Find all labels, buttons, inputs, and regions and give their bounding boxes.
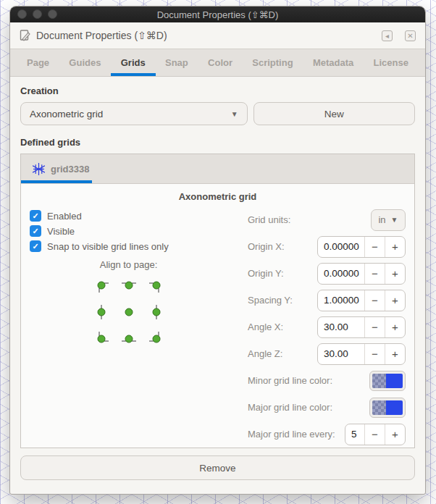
- minor-grid-color-swatch[interactable]: [369, 371, 406, 391]
- align-middle-left-button[interactable]: [93, 304, 109, 320]
- visible-checkbox[interactable]: ✓: [30, 225, 41, 237]
- minor-color-row: Minor grid line color:: [248, 367, 406, 394]
- alpha-checker: [372, 400, 386, 415]
- enabled-label: Enabled: [47, 211, 82, 222]
- grid-tabstrip: grid3338: [21, 154, 414, 184]
- grid-units-row: Grid units: in ▼: [248, 206, 406, 233]
- tab-grids[interactable]: Grids: [119, 49, 148, 76]
- dialog-header: Document Properties (⇧⌘D) ◂ ✕: [10, 22, 425, 49]
- grid-type-value: Axonometric grid: [30, 109, 103, 119]
- tab-license[interactable]: License: [372, 49, 411, 76]
- snap-visible-checkbox-row: ✓ Snap to visible grid lines only: [30, 239, 248, 253]
- alpha-checker: [372, 374, 386, 388]
- major-every-row: Major grid line every: − +: [248, 421, 406, 448]
- document-properties-icon: [20, 30, 31, 41]
- align-bottom-left-button[interactable]: [93, 331, 109, 347]
- dock-panel-icon[interactable]: ◂: [382, 30, 393, 41]
- origin-y-input[interactable]: [318, 264, 364, 284]
- grids-tab-content: Creation Axonometric grid ▼ New Defined …: [10, 77, 425, 494]
- creation-section-label: Creation: [20, 85, 415, 96]
- angle-z-row: Angle Z: − +: [248, 340, 406, 367]
- angle-z-spinner: − +: [317, 343, 406, 365]
- grid-units-dropdown[interactable]: in ▼: [371, 209, 406, 231]
- document-properties-dialog: Document Properties (⇧⌘D) Document Prope…: [9, 6, 426, 495]
- align-top-left-button[interactable]: [93, 277, 109, 293]
- titlebar-title: Document Properties (⇧⌘D): [157, 9, 279, 20]
- snap-visible-checkbox[interactable]: ✓: [30, 240, 41, 252]
- angle-x-spinner: − +: [317, 316, 406, 338]
- enabled-checkbox-row: ✓ Enabled: [30, 209, 248, 223]
- align-top-right-button[interactable]: [148, 277, 164, 293]
- tab-bar: Page Guides Grids Snap Color Scripting M…: [10, 49, 425, 77]
- angle-x-row: Angle X: − +: [248, 314, 406, 340]
- grid-units-label: Grid units:: [248, 214, 290, 225]
- major-color-label: Major grid line color:: [248, 402, 332, 413]
- spacing-y-label: Spacing Y:: [248, 295, 293, 306]
- close-window-button[interactable]: [17, 9, 27, 19]
- dialog-header-title: Document Properties (⇧⌘D): [36, 30, 167, 41]
- minimize-window-button[interactable]: [33, 9, 42, 19]
- align-top-center-button[interactable]: [121, 277, 137, 293]
- angle-z-input[interactable]: [318, 344, 364, 364]
- zoom-window-button[interactable]: [48, 9, 57, 19]
- grid-type-dropdown[interactable]: Axonometric grid ▼: [20, 102, 248, 125]
- major-every-spinner: − +: [345, 424, 406, 445]
- grid-tab-grid3338[interactable]: grid3338: [21, 154, 101, 183]
- enabled-checkbox[interactable]: ✓: [30, 210, 41, 222]
- align-center-button[interactable]: [121, 304, 137, 320]
- angle-x-label: Angle X:: [248, 322, 283, 332]
- tab-guides[interactable]: Guides: [67, 49, 103, 76]
- titlebar[interactable]: Document Properties (⇧⌘D): [10, 7, 425, 22]
- tab-color[interactable]: Color: [206, 49, 235, 76]
- align-bottom-center-button[interactable]: [121, 331, 137, 347]
- origin-x-input[interactable]: [318, 237, 364, 257]
- color-preview: [386, 374, 403, 388]
- grid-tab-label: grid3338: [51, 164, 89, 175]
- spacing-y-spinner: − +: [317, 290, 406, 311]
- plus-icon[interactable]: +: [385, 317, 405, 337]
- plus-icon[interactable]: +: [385, 344, 405, 364]
- major-every-input[interactable]: [345, 424, 364, 445]
- origin-x-row: Origin X: − +: [248, 233, 406, 260]
- axonometric-grid-icon: [33, 163, 45, 175]
- tab-snap[interactable]: Snap: [163, 49, 190, 76]
- defined-grids-section-label: Defined grids: [20, 137, 415, 148]
- chevron-down-icon: ▼: [391, 216, 398, 224]
- visible-checkbox-row: ✓ Visible: [30, 224, 248, 238]
- minus-icon[interactable]: −: [364, 317, 385, 337]
- active-tab-underline: [111, 73, 156, 76]
- tab-metadata[interactable]: Metadata: [311, 49, 356, 76]
- angle-x-input[interactable]: [318, 317, 364, 337]
- origin-y-row: Origin Y: − +: [248, 260, 406, 287]
- visible-label: Visible: [47, 226, 75, 237]
- plus-icon[interactable]: +: [385, 237, 405, 257]
- minus-icon[interactable]: −: [364, 290, 385, 311]
- major-grid-color-swatch[interactable]: [369, 398, 406, 418]
- snap-visible-label: Snap to visible grid lines only: [47, 241, 169, 252]
- plus-icon[interactable]: +: [385, 424, 405, 445]
- minus-icon[interactable]: −: [364, 344, 385, 364]
- align-to-page-grid: [30, 277, 227, 347]
- minor-color-label: Minor grid line color:: [248, 375, 332, 386]
- creation-row: Axonometric grid ▼ New: [20, 102, 415, 125]
- header-actions: ◂ ✕: [382, 30, 416, 41]
- new-grid-button[interactable]: New: [253, 102, 415, 125]
- align-middle-right-button[interactable]: [148, 304, 164, 320]
- plus-icon[interactable]: +: [385, 290, 405, 311]
- tab-scripting[interactable]: Scripting: [250, 49, 295, 76]
- major-color-row: Major grid line color:: [248, 394, 406, 421]
- minus-icon[interactable]: −: [364, 264, 385, 284]
- minus-icon[interactable]: −: [364, 424, 385, 445]
- grid-type-title: Axonometric grid: [30, 191, 406, 202]
- plus-icon[interactable]: +: [385, 264, 405, 284]
- remove-grid-button[interactable]: Remove: [20, 455, 415, 480]
- defined-grids-panel: grid3338 Axonometric grid ✓ Enabled ✓ Vi…: [20, 154, 415, 448]
- spacing-y-input[interactable]: [318, 290, 364, 311]
- grid-settings-body: Axonometric grid ✓ Enabled ✓ Visible ✓: [21, 184, 414, 448]
- chevron-down-icon: ▼: [231, 110, 238, 118]
- spacing-y-row: Spacing Y: − +: [248, 287, 406, 314]
- align-bottom-right-button[interactable]: [148, 331, 164, 347]
- close-panel-icon[interactable]: ✕: [405, 30, 416, 41]
- minus-icon[interactable]: −: [364, 237, 385, 257]
- tab-page[interactable]: Page: [25, 49, 51, 76]
